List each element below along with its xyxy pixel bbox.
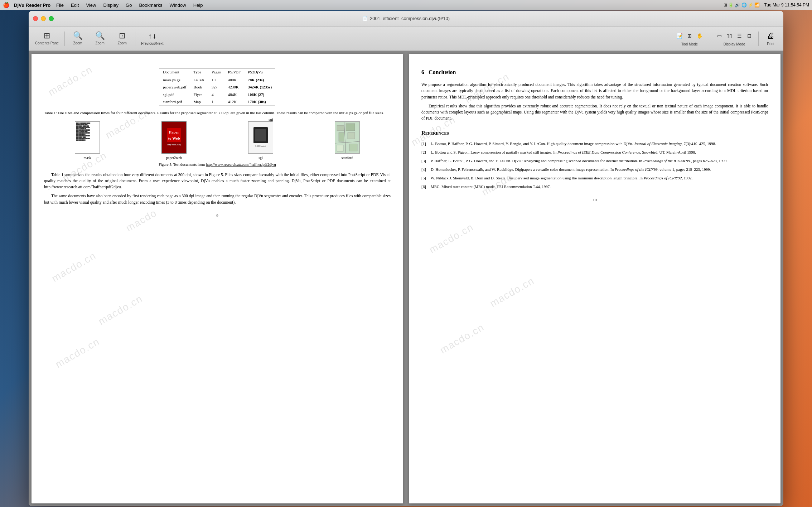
watermark-6: macdo.cn	[96, 293, 145, 327]
app-window: 📄 2001_efficient_compression.djvu(9/10) …	[29, 11, 783, 506]
table-row: mask.ps.gz LaTeX 10 400K 78K (23s)	[159, 76, 275, 83]
stanford-thumbnail	[335, 121, 360, 154]
menu-display[interactable]: Display	[100, 2, 121, 9]
col-header-pages: Pages	[208, 68, 224, 76]
svg-rect-7	[337, 145, 343, 151]
col-header-document: Document	[159, 68, 190, 76]
section-6-title: 6 Conclusion	[421, 68, 768, 77]
col-header-pspdf: PS/PDF	[224, 68, 244, 76]
menu-file[interactable]: File	[53, 2, 67, 9]
page-10-number: 10	[421, 197, 768, 203]
print-button[interactable]: 🖨 Print	[761, 30, 780, 47]
zoom-out-label: Zoom	[73, 41, 82, 45]
zoom-out-button[interactable]: 🔍 Zoom	[67, 30, 88, 47]
references-section: References [1] L. Bottou, P. Haffner, P.…	[421, 129, 768, 190]
hand-tool-button[interactable]: ✋	[695, 31, 704, 41]
paper2web-label: paper2web	[166, 155, 182, 160]
svg-rect-8	[349, 144, 357, 151]
zoom-fit-button[interactable]: ⊡ Zoom	[111, 30, 133, 47]
toolbar-separator-1	[64, 32, 65, 46]
ref-5: [5] W. Niblack J. Sheinvald, B. Dom and …	[421, 175, 768, 181]
ref-3: [3] P. Haffner, L. Bottou, P. G. Howard,…	[421, 158, 768, 164]
traffic-lights	[33, 16, 54, 21]
print-icon: 🖨	[767, 31, 775, 40]
maximize-button[interactable]	[49, 16, 54, 21]
contents-pane-label: Contents Pane	[35, 41, 59, 45]
document-icon: 📄	[362, 16, 368, 21]
menu-edit[interactable]: Edit	[68, 2, 82, 9]
stanford-label: stanford	[342, 155, 353, 160]
toolbar: ⊞ Contents Pane 🔍 Zoom 🔍 Zoom ⊡ Zoom ↑ ↓…	[29, 26, 783, 51]
svg-rect-1	[337, 125, 344, 131]
svg-rect-2	[346, 124, 355, 131]
apple-menu[interactable]: 🍎	[3, 2, 10, 8]
zoom-fit-label: Zoom	[117, 41, 127, 45]
menu-help[interactable]: Help	[190, 2, 206, 9]
prev-next-button[interactable]: ↑ ↓ Previous/Next	[137, 30, 167, 47]
watermark-10-5: macdo.cn	[488, 275, 536, 309]
table-row: sgi.pdf Flyer 4 484K 106K (27)	[159, 91, 275, 98]
contents-pane-button[interactable]: ⊞ Contents Pane	[32, 30, 62, 47]
pages-container: macdo.cn macdo.cn macdo.cn macdo macdo.c…	[29, 51, 783, 506]
menu-window[interactable]: Window	[166, 2, 189, 9]
col-header-ps2djvu: PS2DjVu	[244, 68, 275, 76]
watermark-5: macdo.cn	[50, 250, 98, 284]
ref-1: [1] L. Bottou, P. Haffner, P. G. Howard,…	[421, 141, 768, 147]
zoom-in-button[interactable]: 🔍 Zoom	[89, 30, 111, 47]
single-page-button[interactable]: ▭	[715, 31, 724, 41]
menu-view[interactable]: View	[83, 2, 99, 9]
contents-pane-icon: ⊞	[44, 32, 50, 40]
print-label: Print	[767, 42, 774, 46]
page-9-number: 9	[44, 213, 391, 219]
ref-2: [2] L. Bottou and S. Pigeon. Lossy compr…	[421, 150, 768, 155]
watermark-10-6: macdo.cn	[438, 322, 486, 356]
figure-5: ████ ██████████████ ██ ████████ ████ ███…	[44, 121, 391, 168]
menu-bookmarks[interactable]: Bookmarks	[136, 2, 165, 9]
titlebar: 📄 2001_efficient_compression.djvu(9/10)	[29, 11, 783, 26]
ref-4: [4] D. Huttenlocher, P. Felzenszwalb, an…	[421, 167, 768, 173]
references-title: References	[421, 129, 768, 137]
watermark-7: macdo.cn	[53, 336, 102, 370]
double-page-button[interactable]: ▯▯	[725, 31, 734, 41]
toolbar-separator-4	[758, 32, 759, 46]
continuous-button[interactable]: ☰	[735, 31, 744, 41]
tool-mode-group: 📝 ⊞ ✋ Tool Mode	[671, 29, 708, 48]
mask-label: mask	[83, 155, 91, 160]
figure-5-images: ████ ██████████████ ██ ████████ ████ ███…	[44, 121, 391, 160]
para-table-summary: Table 1 summarizes the results obtained …	[44, 172, 391, 190]
svg-rect-4	[348, 132, 355, 139]
toolbar-separator-3	[710, 32, 710, 46]
menubar: 🍎 DjVu Reader Pro File Edit View Display…	[0, 0, 812, 10]
content-area: macdo.cn macdo.cn macdo.cn macdo macdo.c…	[29, 51, 783, 506]
app-name[interactable]: DjVu Reader Pro	[14, 3, 50, 8]
section-num: 6	[421, 69, 429, 75]
menu-go[interactable]: Go	[123, 2, 135, 9]
close-button[interactable]	[33, 16, 38, 21]
minimize-button[interactable]	[41, 16, 46, 21]
svg-rect-3	[339, 132, 344, 141]
fig-item-sgi: sgi SGI Product sgi	[248, 121, 273, 160]
page-10-content: 6 Conclusion We propose a segmentation a…	[421, 68, 768, 203]
page-9: macdo.cn macdo.cn macdo.cn macdo macdo.c…	[32, 54, 403, 503]
clock: Tue Mar 9 11:54:54 PM	[764, 3, 809, 8]
fig-item-paper2web: Paperto Web Tony McKinley paper2web	[161, 121, 187, 160]
ref-6: [6] MRC. Mixed rater content (MRC) mode.…	[421, 184, 768, 190]
paper2web-thumbnail: Paperto Web Tony McKinley	[161, 121, 187, 154]
sgi-thumbnail: SGI Product	[248, 121, 273, 154]
tool-mode-label: Tool Mode	[681, 42, 698, 46]
table-row: paper2web.pdf Book 327 4230K 3424K (1235…	[159, 83, 275, 91]
table-1-caption: Table 1: File sizes and compression time…	[44, 110, 391, 116]
text-tool-button[interactable]: 📝	[675, 31, 684, 41]
system-icons: ⊞ 🔋 🔊 🌐 ⚡ 📶	[724, 3, 760, 8]
table-row: stanford.pdf Map 1 412K 170K (30s)	[159, 98, 275, 106]
page-9-content: Document Type Pages PS/PDF PS2DjVu mask.…	[44, 68, 391, 218]
display-mode-label: Display Mode	[724, 42, 745, 46]
zoom-out-icon: 🔍	[73, 32, 83, 40]
figure-5-caption: Figure 5: Test documents from http://www…	[44, 162, 391, 168]
zoom-fit-icon: ⊡	[119, 32, 125, 40]
window-title: 📄 2001_efficient_compression.djvu(9/10)	[362, 16, 450, 21]
fig-item-mask: ████ ██████████████ ██ ████████ ████ ███…	[75, 121, 100, 160]
sgi-label: sgi	[258, 155, 263, 160]
facing-pages-button[interactable]: ⊟	[745, 31, 754, 41]
select-tool-button[interactable]: ⊞	[685, 31, 694, 41]
